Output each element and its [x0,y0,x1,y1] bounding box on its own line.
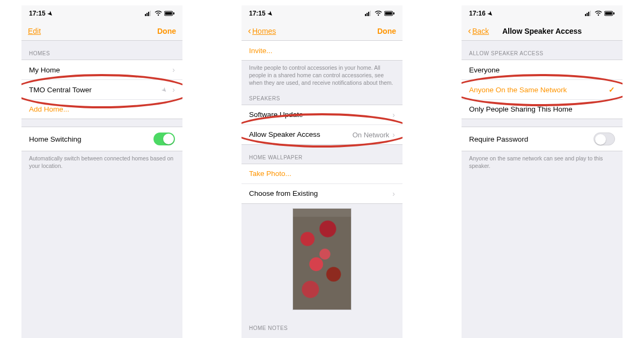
status-bar: 17:15 ➤ [21,5,182,21]
allow-speaker-label: Allow Speaker Access [249,130,320,138]
choose-existing-row[interactable]: Choose from Existing › [241,183,402,203]
speakers-section-header: SPEAKERS [241,92,402,105]
svg-rect-6 [165,12,172,15]
svg-rect-9 [367,13,368,16]
access-section-header: ALLOW SPEAKER ACCESS [462,41,623,60]
back-button[interactable]: ‹ Homes [248,25,280,36]
svg-point-20 [598,14,599,16]
add-home-row[interactable]: Add Home... [21,99,182,119]
checkmark-icon: ✓ [609,85,615,94]
option-everyone[interactable]: Everyone [462,60,623,79]
status-time: 17:15 [29,10,46,17]
svg-point-12 [378,14,379,16]
take-photo-row[interactable]: Take Photo... [241,164,402,183]
svg-rect-0 [145,14,146,16]
signal-icon [365,11,372,16]
wallpaper-section-header: HOME WALLPAPER [241,145,402,164]
location-icon: ➤ [46,9,54,18]
home-row-tmo[interactable]: TMO Central Tower ➤› [21,79,182,99]
invite-label: Invite... [249,47,273,55]
signal-icon [145,11,152,16]
status-bar: 17:15 ➤ [241,5,402,21]
status-time: 17:16 [469,10,486,17]
screen-home-settings: 17:15 ➤ ‹ Homes Done Invite... Invite pe… [241,5,402,338]
done-button[interactable]: Done [144,27,176,35]
edit-button[interactable]: Edit [28,27,60,35]
status-bar: 17:16 ➤ [462,5,623,21]
require-password-label: Require Password [469,135,528,143]
home-switching-footer: Automatically switch between connected h… [21,151,182,175]
option-label: Anyone On the Same Network [469,86,567,94]
chevron-right-icon: › [172,65,175,74]
screen-allow-speaker-access: 17:16 ➤ ‹ Back Allow Speaker Access ALLO… [462,5,623,338]
svg-rect-15 [393,12,394,14]
home-switching-row[interactable]: Home Switching [21,127,182,151]
chevron-right-icon: › [392,189,395,198]
svg-rect-18 [588,12,589,16]
status-time: 17:15 [249,10,266,17]
home-notes-header: HOME NOTES [241,315,402,334]
page-title: Allow Speaker Access [500,27,584,35]
status-icons [365,11,395,16]
home-label: My Home [29,66,60,74]
wifi-icon [155,11,162,16]
location-icon: ➤ [160,86,169,95]
chevron-left-icon: ‹ [468,25,471,36]
allow-speaker-value: On Network [353,131,390,139]
svg-rect-7 [173,12,174,14]
back-label: Homes [252,27,276,35]
screen-homes-list: 17:15 ➤ Edit Done HOMES My Home › TMO Ce… [21,5,182,338]
svg-point-4 [158,14,159,16]
svg-rect-11 [370,11,371,16]
svg-rect-17 [587,13,588,16]
choose-existing-label: Choose from Existing [249,189,318,197]
wifi-icon [375,11,382,16]
home-row-myhome[interactable]: My Home › [21,60,182,79]
chevron-left-icon: ‹ [248,25,251,36]
signal-icon [585,11,592,16]
software-update-row[interactable]: Software Update › [241,105,402,124]
status-icons [145,11,175,16]
back-label: Back [472,27,489,35]
svg-rect-23 [613,12,614,14]
option-sharing-home[interactable]: Only People Sharing This Home [462,99,623,119]
take-photo-label: Take Photo... [249,170,291,178]
software-update-label: Software Update [249,111,303,119]
invite-footer: Invite people to control accessories in … [241,61,402,92]
invite-row[interactable]: Invite... [241,41,402,60]
option-label: Everyone [469,66,500,74]
wallpaper-preview[interactable] [292,208,352,310]
svg-rect-3 [150,11,151,16]
homes-section-header: HOMES [21,41,182,60]
wifi-icon [595,11,602,16]
svg-rect-8 [365,14,366,16]
home-switching-label: Home Switching [29,135,82,143]
svg-rect-22 [605,12,612,15]
home-switching-toggle[interactable] [153,133,175,145]
svg-rect-16 [585,14,586,16]
chevron-right-icon: › [392,130,395,139]
battery-icon [384,11,395,16]
option-label: Only People Sharing This Home [469,105,573,113]
chevron-right-icon: › [392,111,395,119]
battery-icon [604,11,615,16]
svg-rect-1 [147,13,148,16]
battery-icon [164,11,175,16]
require-password-toggle[interactable] [594,133,615,145]
back-button[interactable]: ‹ Back [468,25,500,36]
done-button[interactable]: Done [364,27,396,35]
svg-rect-10 [368,12,369,16]
location-icon: ➤ [266,9,274,18]
svg-rect-2 [148,12,149,16]
nav-bar: ‹ Back Allow Speaker Access [462,21,623,41]
nav-bar: ‹ Homes Done [241,21,402,41]
chevron-right-icon: › [172,85,175,94]
svg-rect-14 [385,12,392,15]
home-label: TMO Central Tower [29,86,92,94]
require-password-row[interactable]: Require Password [462,127,623,151]
allow-speaker-row[interactable]: Allow Speaker Access On Network› [241,124,402,144]
status-icons [585,11,615,16]
svg-rect-19 [590,11,591,16]
option-same-network[interactable]: Anyone On the Same Network ✓ [462,79,623,99]
nav-bar: Edit Done [21,21,182,41]
